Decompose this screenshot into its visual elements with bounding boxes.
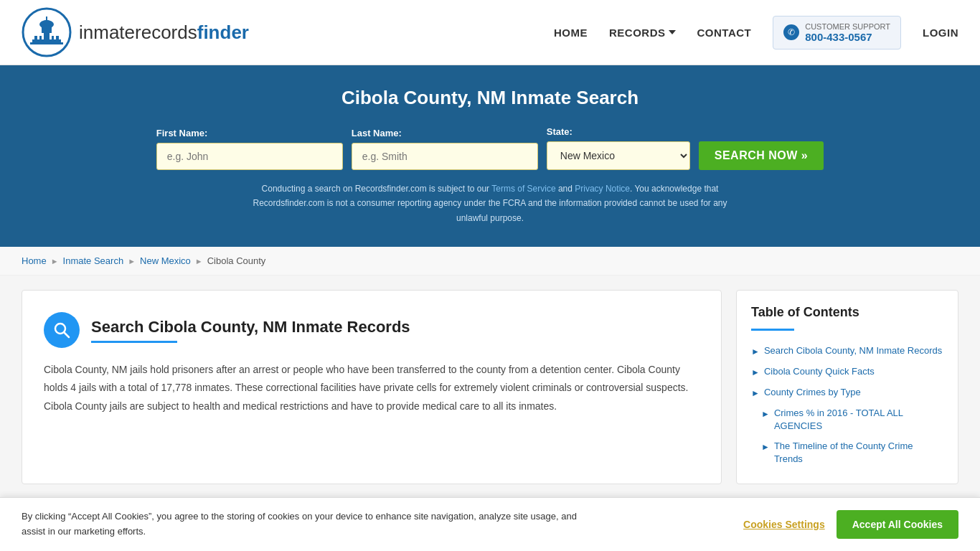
- toc-item[interactable]: ►County Crimes by Type: [751, 382, 943, 403]
- nav-records[interactable]: RECORDS: [609, 27, 676, 39]
- hero-section: Cibola County, NM Inmate Search First Na…: [0, 65, 980, 247]
- nav-login[interactable]: LOGIN: [923, 27, 958, 39]
- first-name-group: First Name:: [156, 128, 343, 170]
- svg-rect-7: [46, 17, 47, 22]
- toc-divider: [751, 329, 794, 331]
- toc-item[interactable]: ►Search Cibola County, NM Inmate Records: [751, 341, 943, 362]
- content-title-block: Search Cibola County, NM Inmate Records: [91, 318, 410, 343]
- chevron-down-icon: [669, 30, 676, 34]
- content-title: Search Cibola County, NM Inmate Records: [91, 318, 410, 336]
- hero-title: Cibola County, NM Inmate Search: [29, 87, 951, 109]
- toc-item-label: Crimes % in 2016 - TOTAL ALL AGENCIES: [774, 407, 943, 433]
- breadcrumb-state[interactable]: New Mexico: [140, 255, 191, 266]
- hero-disclaimer: Conducting a search on Recordsfinder.com…: [29, 182, 951, 225]
- phone-icon: ✆: [783, 24, 799, 40]
- breadcrumb-county: Cibola County: [207, 255, 266, 266]
- content-body: Cibola County, NM jails hold prisoners a…: [44, 361, 699, 415]
- svg-rect-8: [37, 33, 39, 39]
- sidebar: Table of Contents ►Search Cibola County,…: [736, 290, 958, 484]
- support-label: CUSTOMER SUPPORT: [805, 22, 890, 31]
- support-phone: 800-433-0567: [805, 31, 890, 43]
- content-area: Search Cibola County, NM Inmate Records …: [22, 290, 722, 484]
- toc-chevron-icon: ►: [761, 408, 770, 420]
- svg-line-13: [65, 333, 70, 338]
- search-button[interactable]: SEARCH NOW »: [699, 141, 824, 170]
- search-circle-icon: [44, 312, 80, 348]
- search-form: First Name: Last Name: State: AlabamaAla…: [29, 126, 951, 170]
- state-label: State:: [547, 126, 573, 137]
- toc-item[interactable]: ►Cibola County Quick Facts: [751, 362, 943, 382]
- breadcrumb: Home ► Inmate Search ► New Mexico ► Cibo…: [0, 247, 980, 276]
- svg-rect-10: [50, 33, 52, 39]
- content-title-underline: [91, 341, 177, 343]
- state-group: State: AlabamaAlaskaArizonaArkansasCalif…: [547, 126, 690, 170]
- site-header: inmaterecordsfinder HOME RECORDS CONTACT…: [0, 0, 980, 65]
- main-nav: HOME RECORDS CONTACT ✆ CUSTOMER SUPPORT …: [554, 16, 958, 50]
- toc-chevron-icon: ►: [751, 387, 760, 400]
- toc-item-label: The Timeline of the County Crime Trends: [774, 440, 943, 466]
- state-select[interactable]: AlabamaAlaskaArizonaArkansasCaliforniaCo…: [547, 141, 690, 170]
- toc-item-label: Cibola County Quick Facts: [764, 365, 875, 378]
- toc-item[interactable]: ►The Timeline of the County Crime Trends: [751, 436, 943, 469]
- toc-chevron-icon: ►: [751, 367, 760, 379]
- breadcrumb-home[interactable]: Home: [22, 255, 47, 266]
- content-header: Search Cibola County, NM Inmate Records: [44, 312, 699, 348]
- toc-title: Table of Contents: [751, 305, 943, 320]
- breadcrumb-sep-3: ►: [195, 257, 203, 265]
- logo-icon: [22, 7, 72, 57]
- toc-items: ►Search Cibola County, NM Inmate Records…: [751, 341, 943, 469]
- toc-item-label: County Crimes by Type: [764, 386, 861, 399]
- toc-chevron-icon: ►: [761, 441, 770, 453]
- svg-rect-11: [54, 33, 56, 39]
- svg-rect-9: [42, 33, 44, 39]
- svg-rect-1: [32, 39, 61, 42]
- last-name-input[interactable]: [352, 143, 538, 170]
- first-name-label: First Name:: [156, 128, 208, 138]
- breadcrumb-inmate-search[interactable]: Inmate Search: [63, 255, 124, 266]
- nav-home[interactable]: HOME: [554, 27, 588, 39]
- last-name-label: Last Name:: [352, 128, 402, 138]
- last-name-group: Last Name:: [352, 128, 538, 170]
- main-content: Search Cibola County, NM Inmate Records …: [0, 276, 980, 499]
- toc-item-label: Search Cibola County, NM Inmate Records: [764, 344, 942, 357]
- search-icon: [52, 321, 71, 339]
- nav-contact[interactable]: CONTACT: [697, 27, 752, 39]
- logo[interactable]: inmaterecordsfinder: [22, 7, 249, 57]
- cookie-banner: By clicking “Accept All Cookies”, you ag…: [0, 497, 980, 499]
- toc-chevron-icon: ►: [751, 346, 760, 358]
- svg-rect-3: [30, 42, 63, 44]
- toc-box: Table of Contents ►Search Cibola County,…: [736, 290, 958, 484]
- breadcrumb-sep-2: ►: [128, 257, 136, 265]
- customer-support-box[interactable]: ✆ CUSTOMER SUPPORT 800-433-0567: [773, 16, 901, 50]
- toc-item[interactable]: ►Crimes % in 2016 - TOTAL ALL AGENCIES: [751, 403, 943, 436]
- breadcrumb-sep-1: ►: [51, 257, 59, 265]
- logo-text: inmaterecordsfinder: [79, 22, 249, 44]
- first-name-input[interactable]: [156, 143, 343, 170]
- terms-link[interactable]: Terms of Service: [491, 184, 555, 194]
- privacy-link[interactable]: Privacy Notice: [575, 184, 630, 194]
